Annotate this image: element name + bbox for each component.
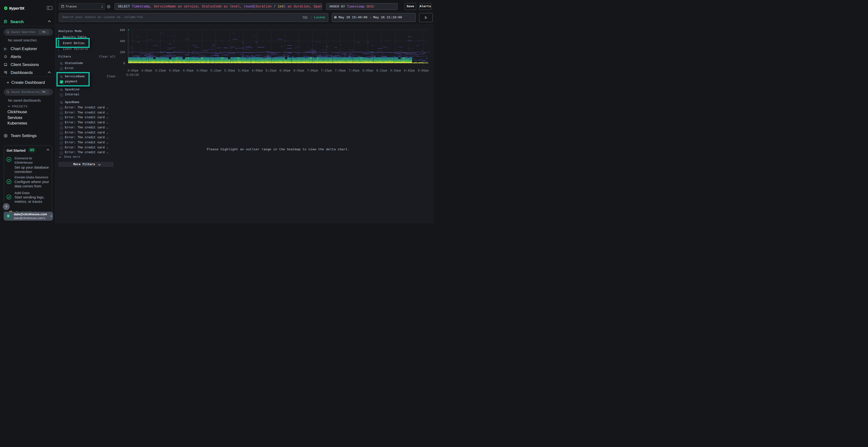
svg-text:5:00pm: 5:00pm <box>196 69 207 72</box>
svg-text:8:45pm: 8:45pm <box>404 69 415 72</box>
svg-text:4:45pm: 4:45pm <box>183 69 194 72</box>
svg-text:7:00pm: 7:00pm <box>307 69 318 72</box>
svg-text:4:15pm: 4:15pm <box>155 69 166 72</box>
svg-text:3:45pm: 3:45pm <box>127 69 138 72</box>
svg-text:6:30pm: 6:30pm <box>279 69 290 72</box>
svg-text:8:30pm: 8:30pm <box>390 69 401 72</box>
svg-text:6:15pm: 6:15pm <box>266 69 277 72</box>
svg-text:200: 200 <box>120 51 125 54</box>
svg-text:5:30pm: 5:30pm <box>224 69 235 72</box>
svg-text:5/26/25: 5/26/25 <box>126 73 139 77</box>
svg-text:600: 600 <box>120 29 125 32</box>
svg-text:8:00pm: 8:00pm <box>362 69 373 72</box>
svg-text:4:30pm: 4:30pm <box>169 69 180 72</box>
svg-text:7:45pm: 7:45pm <box>349 69 360 72</box>
svg-text:7:15pm: 7:15pm <box>321 69 332 72</box>
svg-text:5:15pm: 5:15pm <box>210 69 221 72</box>
svg-text:9:00pm: 9:00pm <box>417 69 429 72</box>
svg-text:400: 400 <box>120 40 125 43</box>
svg-text:4:00pm: 4:00pm <box>141 69 152 72</box>
svg-text:5:45pm: 5:45pm <box>238 69 249 72</box>
svg-text:0: 0 <box>123 62 125 65</box>
svg-text:6:45pm: 6:45pm <box>293 69 304 72</box>
svg-text:8:15pm: 8:15pm <box>376 69 387 72</box>
svg-text:6:00pm: 6:00pm <box>252 69 262 72</box>
svg-text:7:30pm: 7:30pm <box>335 69 345 72</box>
